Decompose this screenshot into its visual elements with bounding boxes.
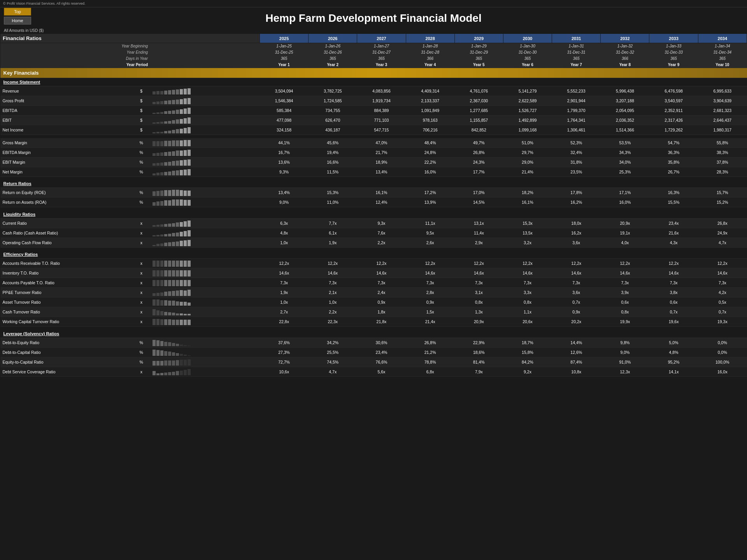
value-cell: 19,9x (601, 317, 649, 327)
table-row: Accounts Payable T.O. Ratiox7,3x7,3x7,3x… (0, 278, 747, 288)
value-cell: 16,6% (309, 157, 357, 167)
svg-rect-208 (184, 320, 187, 325)
value-cell: 7,3x (552, 278, 601, 288)
table-row: Cash Turnover Ratiox2,7x2,2x1,8x1,5x1,3x… (0, 307, 747, 317)
svg-rect-228 (184, 355, 187, 356)
value-cell: 5,141,279 (503, 86, 552, 96)
header-subrow-label: Year Period (0, 62, 151, 68)
value-cell: 9,5x (406, 228, 454, 238)
svg-rect-186 (176, 301, 179, 306)
value-cell: 4,3x (649, 238, 698, 247)
value-cell: 14,6x (503, 268, 552, 278)
header-subrow-value: 31-Dec-28 (406, 49, 454, 56)
value-cell: 4,8x (260, 228, 308, 238)
spacer-row (0, 247, 747, 250)
svg-rect-246 (176, 371, 179, 375)
svg-rect-50 (153, 141, 156, 146)
row-unit: x (133, 259, 151, 268)
value-cell: 7,7x (309, 218, 357, 228)
svg-rect-113 (164, 224, 167, 227)
value-cell: 9,2x (503, 367, 552, 376)
value-cell: 27,3% (260, 347, 308, 357)
value-cell: 17,1% (601, 188, 649, 198)
value-cell: 3,6x (552, 288, 601, 298)
value-cell: 7,3x (357, 278, 406, 288)
value-cell: 16,1% (357, 188, 406, 198)
spacer-row (0, 207, 747, 210)
svg-rect-3 (164, 91, 167, 94)
value-cell: 1,729,262 (649, 125, 698, 135)
svg-rect-60 (153, 153, 156, 156)
svg-rect-59 (188, 140, 191, 146)
value-cell: 74,5% (309, 357, 357, 367)
svg-rect-198 (184, 314, 187, 315)
value-cell: 1,155,857 (454, 116, 503, 125)
svg-rect-17 (180, 99, 183, 104)
row-chart (150, 218, 260, 228)
header-subrow-value: 1-Jan-31 (552, 43, 601, 49)
svg-rect-218 (184, 345, 187, 346)
row-unit: % (133, 188, 151, 198)
value-cell: 87,4% (552, 357, 601, 367)
row-label: Debt-to-Capital Ratio (0, 347, 133, 357)
col-2027: 2027 (357, 34, 406, 43)
value-cell: 16,1% (503, 198, 552, 207)
value-cell: 24,3% (454, 157, 503, 167)
value-cell: 585,384 (260, 106, 308, 116)
svg-rect-154 (168, 270, 171, 276)
value-cell: 0,0% (698, 347, 747, 357)
row-unit: $ (133, 96, 151, 106)
svg-rect-105 (172, 200, 175, 206)
page-title: Hemp Farm Development Financial Model (0, 7, 747, 27)
svg-rect-177 (180, 290, 183, 296)
value-cell: 7,3x (503, 278, 552, 288)
svg-rect-123 (164, 234, 167, 236)
value-cell: 2,1x (309, 288, 357, 298)
svg-rect-179 (188, 290, 191, 296)
svg-rect-108 (184, 200, 187, 206)
home-button[interactable]: Home (4, 17, 31, 24)
table-row: Return on Assets (ROA)%9,0%11,0%12,4%13,… (0, 198, 747, 207)
value-cell: 13,4% (357, 167, 406, 177)
svg-rect-120 (153, 235, 156, 236)
svg-rect-182 (160, 300, 163, 306)
table-row: Return on Equity (ROE)%13,4%15,3%16,1%17… (0, 188, 747, 198)
value-cell: 2,2x (309, 307, 357, 317)
value-cell: 436,187 (309, 125, 357, 135)
svg-rect-248 (184, 370, 187, 375)
header-subrow-value: 366 (406, 56, 454, 62)
value-cell: 884,389 (357, 106, 406, 116)
header-subrow-value: 31-Dec-34 (698, 49, 747, 56)
svg-rect-245 (172, 372, 175, 375)
svg-rect-125 (172, 233, 175, 236)
svg-rect-107 (180, 200, 183, 206)
header-subrow-value: Year 8 (601, 62, 649, 68)
row-chart (150, 147, 260, 157)
section-header-row: Leverage (Solvency) Ratios (0, 330, 747, 338)
svg-rect-91 (156, 191, 160, 196)
value-cell: 4,409,314 (406, 86, 454, 96)
svg-rect-62 (160, 152, 163, 156)
top-button[interactable]: Top (4, 8, 31, 16)
svg-rect-197 (180, 313, 183, 315)
value-cell: 16,3% (649, 188, 698, 198)
value-cell: 37,8% (698, 157, 747, 167)
svg-rect-99 (188, 191, 191, 196)
value-cell: 0,8x (503, 298, 552, 307)
row-label: Debt Service Coverage Ratio (0, 367, 133, 376)
value-cell: 2,901,944 (552, 96, 601, 106)
value-cell: 0,0% (698, 338, 747, 347)
row-unit: $ (133, 86, 151, 96)
value-cell: 1,764,341 (552, 116, 601, 125)
svg-rect-63 (164, 152, 167, 156)
svg-rect-38 (184, 118, 187, 124)
svg-rect-193 (164, 312, 167, 315)
key-financials-label: Key Financials (0, 68, 747, 78)
value-cell: 2,054,095 (601, 106, 649, 116)
section-label: Return Ratios (0, 180, 747, 188)
value-cell: 38,3% (698, 147, 747, 157)
svg-rect-49 (188, 127, 191, 133)
svg-rect-20 (153, 113, 156, 114)
value-cell: 842,852 (454, 125, 503, 135)
row-label: Operating Cash Flow Ratio (0, 238, 133, 247)
